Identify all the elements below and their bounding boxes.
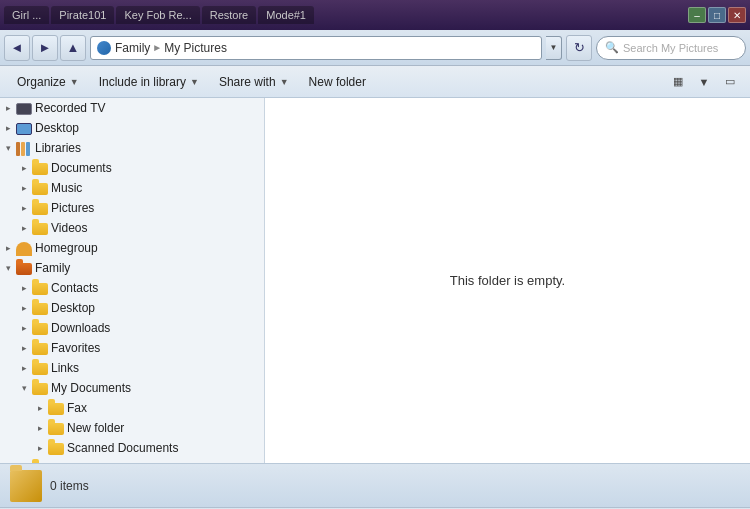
tab-keyfob[interactable]: Key Fob Re... bbox=[116, 6, 199, 24]
search-box[interactable]: 🔍 Search My Pictures bbox=[596, 36, 746, 60]
tree-item-homegroup[interactable]: ▸Homegroup bbox=[0, 238, 264, 258]
tree-item-fam-desktop[interactable]: ▸Desktop bbox=[0, 298, 264, 318]
share-dropdown-icon: ▼ bbox=[280, 77, 289, 87]
tree-item-contacts[interactable]: ▸Contacts bbox=[0, 278, 264, 298]
tree-toggle-scanned-documents[interactable]: ▸ bbox=[32, 438, 48, 458]
folder-yellow-icon bbox=[48, 420, 64, 436]
tree-label-fam-desktop: Desktop bbox=[51, 301, 260, 315]
close-button[interactable]: ✕ bbox=[728, 7, 746, 23]
folder-yellow-icon bbox=[32, 320, 48, 336]
tree-item-fax[interactable]: ▸Fax bbox=[0, 398, 264, 418]
tree-item-recorded-tv[interactable]: ▸Recorded TV bbox=[0, 98, 264, 118]
tree-toggle-my-music[interactable]: ▸ bbox=[16, 458, 32, 463]
breadcrumb-family[interactable]: Family bbox=[115, 41, 150, 55]
tree-item-new-folder[interactable]: ▸New folder bbox=[0, 418, 264, 438]
back-button[interactable]: ◄ bbox=[4, 35, 30, 61]
toolbar-right: ▦ ▼ ▭ bbox=[666, 70, 742, 94]
tree-toggle-music[interactable]: ▸ bbox=[16, 178, 32, 198]
tree-item-links[interactable]: ▸Links bbox=[0, 358, 264, 378]
tree-toggle-libraries[interactable]: ▾ bbox=[0, 138, 16, 158]
tree-toggle-pictures[interactable]: ▸ bbox=[16, 198, 32, 218]
share-with-button[interactable]: Share with ▼ bbox=[210, 69, 298, 95]
tree-toggle-contacts[interactable]: ▸ bbox=[16, 278, 32, 298]
tree-toggle-documents[interactable]: ▸ bbox=[16, 158, 32, 178]
desktop-icon bbox=[16, 120, 32, 136]
title-bar: Girl ... Pirate101 Key Fob Re... Restore… bbox=[0, 0, 750, 30]
tree-toggle-fam-desktop[interactable]: ▸ bbox=[16, 298, 32, 318]
tree-label-family: Family bbox=[35, 261, 260, 275]
tree-label-libraries: Libraries bbox=[35, 141, 260, 155]
view-button-1[interactable]: ▦ bbox=[666, 70, 690, 94]
tree-label-downloads: Downloads bbox=[51, 321, 260, 335]
tree-item-libraries[interactable]: ▾Libraries bbox=[0, 138, 264, 158]
organize-label: Organize bbox=[17, 75, 66, 89]
search-placeholder: Search My Pictures bbox=[623, 42, 718, 54]
tree-item-favorites[interactable]: ▸Favorites bbox=[0, 338, 264, 358]
tree-toggle-family[interactable]: ▾ bbox=[0, 258, 16, 278]
tree-toggle-downloads[interactable]: ▸ bbox=[16, 318, 32, 338]
tree-item-my-music[interactable]: ▸My Music bbox=[0, 458, 264, 463]
back-icon: ◄ bbox=[11, 40, 24, 55]
breadcrumb: Family ► My Pictures bbox=[115, 41, 227, 55]
tree-toggle-homegroup[interactable]: ▸ bbox=[0, 238, 16, 258]
new-folder-button[interactable]: New folder bbox=[300, 69, 375, 95]
tree-item-downloads[interactable]: ▸Downloads bbox=[0, 318, 264, 338]
tab-girl[interactable]: Girl ... bbox=[4, 6, 49, 24]
include-library-button[interactable]: Include in library ▼ bbox=[90, 69, 208, 95]
tree-item-scanned-documents[interactable]: ▸Scanned Documents bbox=[0, 438, 264, 458]
maximize-button[interactable]: □ bbox=[708, 7, 726, 23]
address-dropdown-button[interactable]: ▼ bbox=[546, 36, 562, 60]
forward-button[interactable]: ► bbox=[32, 35, 58, 61]
tree-toggle-new-folder[interactable]: ▸ bbox=[32, 418, 48, 438]
tree-item-music[interactable]: ▸Music bbox=[0, 178, 264, 198]
organize-button[interactable]: Organize ▼ bbox=[8, 69, 88, 95]
share-label: Share with bbox=[219, 75, 276, 89]
tab-mode1[interactable]: Mode#1 bbox=[258, 6, 314, 24]
tree-label-documents: Documents bbox=[51, 161, 260, 175]
title-tabs: Girl ... Pirate101 Key Fob Re... Restore… bbox=[4, 6, 688, 24]
folder-yellow-icon bbox=[48, 400, 64, 416]
view-dropdown-button[interactable]: ▼ bbox=[692, 70, 716, 94]
tree-label-music: Music bbox=[51, 181, 260, 195]
tree-toggle-videos[interactable]: ▸ bbox=[16, 218, 32, 238]
tree-toggle-links[interactable]: ▸ bbox=[16, 358, 32, 378]
tree-label-links: Links bbox=[51, 361, 260, 375]
folder-yellow-icon bbox=[32, 280, 48, 296]
tree-toggle-fax[interactable]: ▸ bbox=[32, 398, 48, 418]
window-controls: – □ ✕ bbox=[688, 7, 746, 23]
tree-label-favorites: Favorites bbox=[51, 341, 260, 355]
view-button-2[interactable]: ▭ bbox=[718, 70, 742, 94]
tree-item-documents[interactable]: ▸Documents bbox=[0, 158, 264, 178]
tree-item-desktop[interactable]: ▸Desktop bbox=[0, 118, 264, 138]
forward-icon: ► bbox=[39, 40, 52, 55]
folder-yellow-icon bbox=[32, 460, 48, 463]
up-button[interactable]: ▲ bbox=[60, 35, 86, 61]
include-dropdown-icon: ▼ bbox=[190, 77, 199, 87]
tree-toggle-my-documents[interactable]: ▾ bbox=[16, 378, 32, 398]
minimize-button[interactable]: – bbox=[688, 7, 706, 23]
address-field[interactable]: Family ► My Pictures bbox=[90, 36, 542, 60]
tree-item-videos[interactable]: ▸Videos bbox=[0, 218, 264, 238]
tree-label-contacts: Contacts bbox=[51, 281, 260, 295]
tree-toggle-desktop[interactable]: ▸ bbox=[0, 118, 16, 138]
tree-item-family[interactable]: ▾Family bbox=[0, 258, 264, 278]
folder-icon bbox=[32, 160, 48, 176]
details-count: 0 items bbox=[50, 479, 89, 493]
tab-restore[interactable]: Restore bbox=[202, 6, 257, 24]
tab-pirate[interactable]: Pirate101 bbox=[51, 6, 114, 24]
tree-item-my-documents[interactable]: ▾My Documents bbox=[0, 378, 264, 398]
folder-yellow-icon bbox=[48, 440, 64, 456]
tree-toggle-favorites[interactable]: ▸ bbox=[16, 338, 32, 358]
folder-yellow-icon bbox=[32, 340, 48, 356]
folder-yellow-icon bbox=[32, 380, 48, 396]
breadcrumb-mypictures[interactable]: My Pictures bbox=[164, 41, 227, 55]
details-folder-icon bbox=[10, 470, 42, 502]
tree-toggle-recorded-tv[interactable]: ▸ bbox=[0, 98, 16, 118]
folder-icon bbox=[32, 220, 48, 236]
refresh-button[interactable]: ↻ bbox=[566, 35, 592, 61]
up-icon: ▲ bbox=[67, 40, 80, 55]
tree-label-homegroup: Homegroup bbox=[35, 241, 260, 255]
nav-panel[interactable]: ▸Recorded TV▸Desktop▾Libraries▸Documents… bbox=[0, 98, 265, 463]
tree-item-pictures[interactable]: ▸Pictures bbox=[0, 198, 264, 218]
new-folder-label: New folder bbox=[309, 75, 366, 89]
